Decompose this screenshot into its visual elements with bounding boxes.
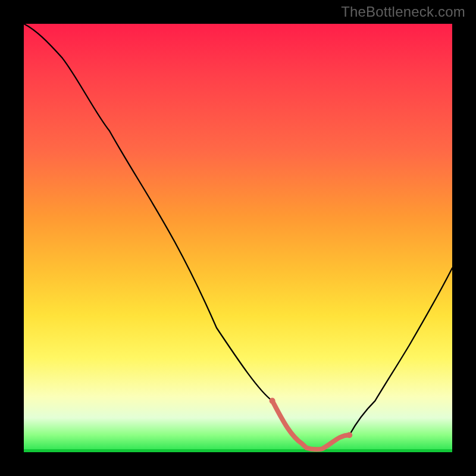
plot-area [24, 24, 452, 452]
highlight-start-dot [270, 398, 275, 404]
watermark-text: TheBottleneck.com [341, 4, 465, 20]
curve-layer [24, 24, 452, 452]
highlight-end-dot [346, 432, 352, 438]
minimum-highlight [273, 401, 350, 450]
bottleneck-curve [24, 24, 452, 449]
chart-frame: TheBottleneck.com [0, 0, 476, 476]
